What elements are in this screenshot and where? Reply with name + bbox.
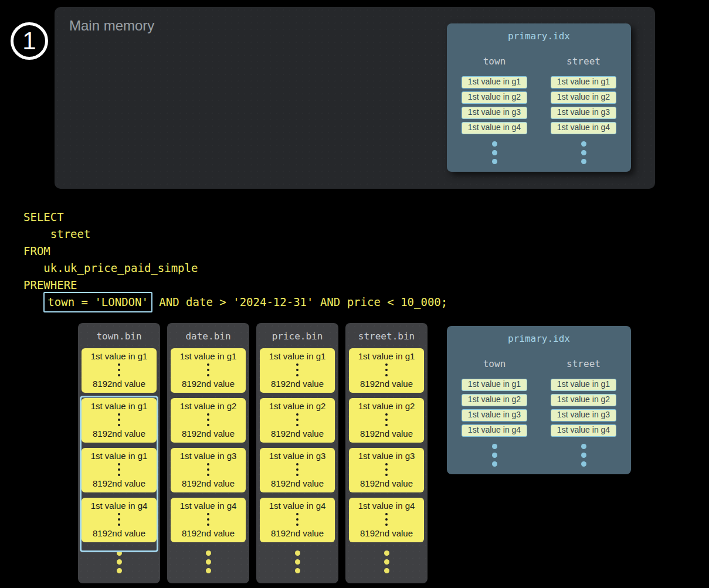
granule-last-value: 8192nd value	[271, 479, 324, 488]
granule-first-value: 1st value in g2	[180, 402, 237, 410]
ellipsis-icon	[118, 513, 120, 526]
granule: 1st value in g3 8192nd value	[171, 448, 246, 492]
granule: 1st value in g4 8192nd value	[171, 498, 246, 542]
ellipsis-icon	[296, 363, 298, 376]
granule-last-value: 8192nd value	[271, 379, 324, 388]
granule: 1st value in g4 8192nd value	[349, 498, 424, 542]
primary-idx-panel-disk: primary.idx town 1st value in g1 1st val…	[447, 326, 631, 474]
granule-first-value: 1st value in g3	[358, 451, 415, 460]
granule-first-value: 1st value in g1	[269, 352, 326, 361]
granule-first-value: 1st value in g1	[91, 402, 148, 410]
granule: 1st value in g1 8192nd value	[82, 448, 157, 492]
ellipsis-icon	[462, 444, 527, 467]
sql-line-prewhere-condition: town = 'LONDON' AND date > '2024-12-31' …	[23, 294, 447, 311]
granule-first-value: 1st value in g1	[358, 352, 415, 361]
idx-column-header: town	[462, 359, 527, 369]
granule: 1st value in g2 8192nd value	[171, 398, 246, 443]
idx-entry: 1st value in g2	[551, 91, 616, 104]
bin-column-price: price.bin 1st value in g1 8192nd value 1…	[256, 323, 338, 583]
primary-idx-title: primary.idx	[447, 23, 631, 41]
granule-first-value: 1st value in g1	[91, 352, 148, 361]
idx-entry: 1st value in g1	[551, 76, 616, 89]
idx-entry: 1st value in g4	[462, 424, 527, 437]
idx-entry: 1st value in g4	[551, 122, 616, 134]
ellipsis-icon	[462, 141, 527, 164]
granule-last-value: 8192nd value	[182, 529, 235, 538]
ellipsis-icon	[207, 463, 209, 476]
bin-column-town: town.bin 1st value in g1 8192nd value 1s…	[78, 323, 160, 583]
granule-last-value: 8192nd value	[93, 379, 145, 388]
granule: 1st value in g4 8192nd value	[82, 498, 157, 542]
granule-first-value: 1st value in g4	[91, 501, 148, 510]
granule: 1st value in g1 8192nd value	[349, 348, 424, 393]
ellipsis-icon	[207, 363, 209, 376]
step-number: 1	[22, 29, 36, 53]
main-memory-box: Main memory primary.idx town 1st value i…	[55, 7, 655, 189]
granule-first-value: 1st value in g4	[358, 501, 415, 510]
idx-entry: 1st value in g3	[462, 107, 527, 119]
disk-column-files: town.bin 1st value in g1 8192nd value 1s…	[78, 323, 428, 583]
idx-entry: 1st value in g2	[551, 394, 616, 406]
ellipsis-icon	[296, 413, 298, 426]
idx-entry: 1st value in g1	[462, 76, 527, 89]
sql-line: uk.uk_price_paid_simple	[23, 260, 447, 277]
diagram-canvas: 1 Main memory primary.idx town 1st value…	[0, 0, 709, 588]
idx-entry: 1st value in g3	[462, 409, 527, 422]
step-number-badge: 1	[11, 22, 48, 60]
idx-column-header: street	[551, 56, 616, 66]
ellipsis-icon	[296, 463, 298, 476]
idx-entry: 1st value in g3	[551, 107, 616, 119]
ellipsis-icon	[256, 550, 338, 573]
idx-entry: 1st value in g1	[551, 379, 616, 391]
prewhere-town-highlight-box: town = 'LONDON'	[43, 292, 152, 312]
ellipsis-icon	[118, 413, 120, 426]
granule-first-value: 1st value in g3	[180, 451, 237, 460]
idx-entry: 1st value in g2	[462, 91, 527, 104]
granule-last-value: 8192nd value	[182, 429, 235, 438]
idx-column-header: town	[462, 56, 527, 66]
granule-last-value: 8192nd value	[93, 479, 145, 488]
granule: 1st value in g1 8192nd value	[82, 398, 157, 443]
granule-first-value: 1st value in g4	[180, 501, 237, 510]
sql-line: SELECT	[23, 209, 447, 226]
granule-last-value: 8192nd value	[271, 429, 324, 438]
ellipsis-icon	[118, 363, 120, 376]
sql-line: PREWHERE	[23, 277, 447, 294]
bin-column-street: street.bin 1st value in g1 8192nd value …	[345, 323, 428, 583]
ellipsis-icon	[207, 513, 209, 526]
ellipsis-icon	[385, 513, 388, 526]
primary-idx-columns: town 1st value in g1 1st value in g2 1st…	[447, 41, 631, 164]
granule: 1st value in g2 8192nd value	[349, 398, 424, 443]
granule-first-value: 1st value in g1	[91, 451, 148, 460]
ellipsis-icon	[78, 550, 160, 573]
ellipsis-icon	[207, 413, 209, 426]
granule-last-value: 8192nd value	[360, 529, 413, 538]
granule: 1st value in g1 8192nd value	[260, 348, 335, 393]
granule: 1st value in g3 8192nd value	[349, 448, 424, 492]
granule-first-value: 1st value in g1	[180, 352, 237, 361]
idx-column-street: street 1st value in g1 1st value in g2 1…	[551, 41, 616, 164]
granule-last-value: 8192nd value	[360, 379, 413, 388]
ellipsis-icon	[385, 413, 388, 426]
granule-last-value: 8192nd value	[271, 529, 324, 538]
ellipsis-icon	[385, 463, 388, 476]
idx-entry: 1st value in g2	[462, 394, 527, 406]
idx-entry: 1st value in g1	[462, 379, 527, 391]
ellipsis-icon	[118, 463, 120, 476]
idx-column-street: street 1st value in g1 1st value in g2 1…	[551, 344, 616, 467]
granule-last-value: 8192nd value	[93, 429, 145, 438]
bin-column-date: date.bin 1st value in g1 8192nd value 1s…	[167, 323, 249, 583]
idx-column-town: town 1st value in g1 1st value in g2 1st…	[462, 41, 527, 164]
granule: 1st value in g3 8192nd value	[260, 448, 335, 492]
granule-first-value: 1st value in g4	[269, 501, 326, 510]
ellipsis-icon	[551, 444, 616, 467]
sql-line: FROM	[23, 243, 447, 260]
ellipsis-icon	[296, 513, 298, 526]
primary-idx-columns: town 1st value in g1 1st value in g2 1st…	[447, 344, 631, 467]
sql-line: street	[23, 226, 447, 243]
idx-entry: 1st value in g4	[462, 122, 527, 134]
granule-last-value: 8192nd value	[360, 429, 413, 438]
bin-column-header: price.bin	[256, 323, 338, 341]
idx-entry: 1st value in g4	[551, 424, 616, 437]
ellipsis-icon	[345, 550, 428, 573]
